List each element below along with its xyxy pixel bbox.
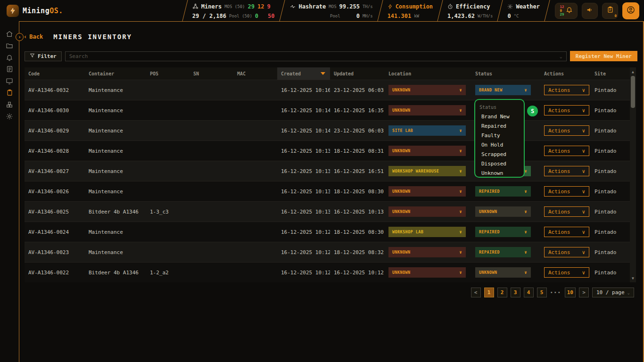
chevron-down-icon: ∨ [524, 88, 527, 92]
actions-button[interactable]: Actions∨ [544, 186, 589, 197]
notifications-button[interactable]: 12 0 29 [555, 3, 578, 19]
location-dropdown[interactable]: UNKNOWN∨ [388, 206, 466, 217]
pagination-page-2[interactable]: 2 [497, 288, 507, 297]
search-input[interactable] [69, 53, 560, 59]
stat-hashrate[interactable]: Hashrate MOS 99.255 TH/s Pool 0 MH/s [283, 0, 379, 21]
table-row[interactable]: AV-A1346-0030Maintenance16-12-2025 10:14… [25, 100, 630, 120]
scrollbar-thumb[interactable] [631, 76, 635, 108]
table-row[interactable]: AV-A1346-0027Maintenance16-12-2025 10:13… [25, 161, 630, 181]
pagination-prev-button[interactable]: < [471, 288, 481, 297]
actions-button[interactable]: Actions∨ [544, 125, 589, 136]
actions-button[interactable]: Actions∨ [544, 146, 589, 156]
chevron-down-icon: ∨ [582, 148, 585, 154]
pagination-page-10[interactable]: 10 [565, 288, 576, 297]
sidebar-item-inventory[interactable] [0, 87, 19, 99]
location-dropdown[interactable]: WORKSHOP LAB∨ [388, 227, 466, 237]
cell-created: 16-12-2025 10:14 [277, 128, 330, 134]
audio-button[interactable] [582, 3, 598, 19]
scroll-down-icon[interactable]: ▼ [630, 275, 636, 281]
table-row[interactable]: AV-A1346-0022Bitdeer 4b A13461-2_a216-12… [25, 262, 630, 282]
pagination-page-5[interactable]: 5 [537, 288, 547, 297]
status-option-repaired[interactable]: Repaired [475, 121, 524, 131]
location-dropdown[interactable]: UNKNOWN∨ [388, 247, 466, 257]
sidebar-item-folders[interactable] [0, 40, 19, 51]
table-row[interactable]: AV-A1346-0028Maintenance16-12-2025 10:13… [25, 140, 630, 161]
location-dropdown[interactable]: UNKNOWN∨ [388, 267, 466, 278]
tasks-button[interactable]: 0 [602, 3, 618, 19]
table-row[interactable]: AV-A1346-0032Maintenance16-12-2025 10:16… [25, 80, 630, 100]
column-header-container[interactable]: Container [85, 71, 146, 76]
location-dropdown[interactable]: UNKNOWN∨ [388, 105, 466, 115]
sidebar-item-modules[interactable] [0, 99, 19, 110]
column-header-mac[interactable]: MAC [233, 71, 277, 76]
stat-miners[interactable]: Miners MOS (50) 29 12 9 29 / 2,186 Pool … [186, 0, 281, 21]
status-dropdown-trigger[interactable]: REPAIRED∨ [475, 227, 531, 237]
sidebar-item-documents[interactable] [0, 63, 19, 75]
status-option-unknown[interactable]: Unknown [475, 168, 524, 178]
status-dropdown-trigger[interactable]: BRAND NEW∨ [475, 85, 531, 95]
actions-button[interactable]: Actions∨ [544, 206, 589, 217]
actions-button[interactable]: Actions∨ [544, 267, 589, 278]
stat-consumption[interactable]: Consumption 141.301 kW [381, 0, 439, 21]
column-header-site[interactable]: Site [591, 71, 630, 76]
location-dropdown[interactable]: UNKNOWN∨ [388, 85, 466, 95]
column-header-created[interactable]: Created [277, 67, 330, 80]
column-header-updated[interactable]: Updated [330, 71, 385, 76]
sidebar-item-settings[interactable] [0, 110, 19, 122]
actions-button[interactable]: Actions∨ [544, 105, 589, 115]
scroll-up-icon[interactable]: ▲ [630, 68, 636, 75]
app-logo[interactable]: MiningOS. [7, 5, 63, 17]
location-dropdown[interactable]: SITE LAB∨ [388, 125, 466, 136]
column-header-code[interactable]: Code [25, 71, 85, 76]
status-option-faulty[interactable]: Faulty [475, 131, 524, 140]
pagination-next-button[interactable]: > [579, 288, 589, 297]
status-option-on-hold[interactable]: On Hold [475, 140, 524, 149]
status-option-brand-new[interactable]: Brand New [475, 112, 524, 121]
status-option-disposed[interactable]: Disposed [475, 159, 524, 168]
pagination-page-1[interactable]: 1 [484, 288, 494, 297]
table-row[interactable]: AV-A1346-0024Maintenance16-12-2025 10:12… [25, 222, 630, 242]
back-button[interactable]: ‹ Back [24, 33, 43, 40]
cell-created: 16-12-2025 10:12 [277, 249, 330, 255]
miners-label: Miners [201, 3, 222, 10]
stat-weather[interactable]: Weather 0 °C [501, 0, 546, 21]
filter-button[interactable]: Filter [25, 51, 62, 61]
pagination-page-3[interactable]: 3 [511, 288, 520, 297]
cell-actions: Actions∨ [540, 105, 591, 115]
column-header-actions[interactable]: Actions [540, 71, 591, 76]
table-scrollbar[interactable]: ▲ ▼ [630, 67, 636, 282]
status-dropdown-trigger[interactable]: UNKNOWN∨ [475, 267, 531, 278]
column-header-pos[interactable]: POS [146, 71, 190, 76]
status-dropdown-trigger[interactable]: REPAIRED∨ [475, 247, 531, 257]
profile-button[interactable] [622, 2, 639, 19]
register-new-miner-button[interactable]: Register New Miner [570, 51, 637, 61]
actions-button[interactable]: Actions∨ [544, 166, 589, 176]
page-size-select[interactable]: 10 / page⌄ [592, 288, 634, 297]
chevron-down-icon[interactable]: ⌄ [560, 54, 562, 59]
status-dropdown-trigger[interactable]: UNKNOWN∨ [475, 206, 531, 217]
hashrate-mos-label: MOS [329, 4, 336, 9]
status-option-scrapped[interactable]: Scrapped [475, 149, 524, 159]
actions-button[interactable]: Actions∨ [544, 85, 589, 95]
cell-location: UNKNOWN∨ [385, 206, 471, 217]
actions-button[interactable]: Actions∨ [544, 227, 589, 237]
sidebar-item-monitoring[interactable] [0, 75, 19, 87]
table-row[interactable]: AV-A1346-0025Bitdeer 4b A13461-3_c316-12… [25, 201, 630, 222]
status-dropdown-trigger[interactable]: REPAIRED∨ [475, 186, 531, 197]
sidebar-collapse-button[interactable]: › [16, 33, 24, 41]
sidebar-item-notifications[interactable] [0, 51, 19, 63]
table-row[interactable]: AV-A1346-0029Maintenance16-12-2025 10:14… [25, 120, 630, 140]
column-header-location[interactable]: Location [385, 71, 471, 76]
table-row[interactable]: AV-A1346-0026Maintenance16-12-2025 10:13… [25, 181, 630, 201]
actions-button[interactable]: Actions∨ [544, 247, 589, 257]
location-dropdown[interactable]: WORKSHOP WAREHOUSE∨ [388, 166, 466, 176]
funnel-icon [30, 53, 35, 59]
table-row[interactable]: AV-A1346-0023Maintenance16-12-2025 10:12… [25, 242, 630, 262]
location-dropdown[interactable]: UNKNOWN∨ [388, 146, 466, 156]
pagination-page-4[interactable]: 4 [524, 288, 534, 297]
location-dropdown[interactable]: UNKNOWN∨ [388, 186, 466, 197]
column-header-sn[interactable]: SN [190, 71, 233, 76]
hashrate-icon [289, 2, 296, 11]
stat-efficiency[interactable]: Efficiency 1,423.62 W/TH/s [441, 0, 499, 21]
column-header-status[interactable]: Status [471, 71, 540, 76]
